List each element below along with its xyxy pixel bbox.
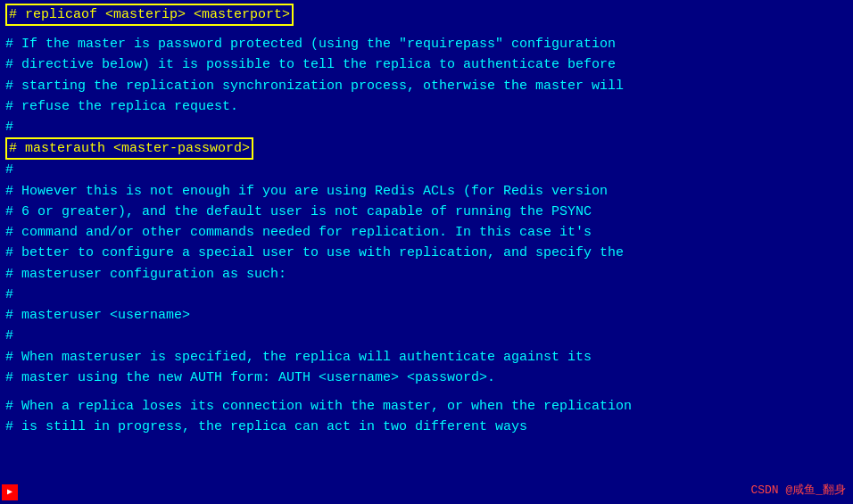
code-line-9: # bbox=[5, 160, 848, 180]
code-line-22: # is still in progress, the replica can … bbox=[5, 417, 848, 437]
code-container: # replicaof <masterip> <masterport> # If… bbox=[0, 0, 853, 504]
code-line-15: # bbox=[5, 285, 848, 305]
code-line-11: # 6 or greater), and the default user is… bbox=[5, 202, 848, 222]
code-line-10: # However this is not enough if you are … bbox=[5, 181, 848, 202]
code-line-16: # masteruser <username> bbox=[5, 305, 848, 326]
lines-container: # replicaof <masterip> <masterport> # If… bbox=[5, 4, 848, 438]
code-line-7: # bbox=[5, 117, 848, 137]
code-line-6: # refuse the replica request. bbox=[5, 96, 848, 117]
highlighted-code: # masterauth <master-password> bbox=[5, 137, 253, 160]
code-line-18: # When masteruser is specified, the repl… bbox=[5, 347, 848, 368]
code-line-5: # starting the replication synchronizati… bbox=[5, 76, 848, 96]
code-line-8: # masterauth <master-password> bbox=[5, 137, 848, 160]
code-line-4: # directive below) it is possible to tel… bbox=[5, 54, 848, 75]
watermark: CSDN @咸鱼_翻身 bbox=[750, 482, 846, 500]
code-line-17: # bbox=[5, 326, 848, 346]
code-line-13: # better to configure a special user to … bbox=[5, 243, 848, 263]
code-line-2 bbox=[5, 26, 848, 34]
code-line-12: # command and/or other commands needed f… bbox=[5, 222, 848, 243]
left-icon: ▶ bbox=[2, 484, 18, 500]
code-line-19: # master using the new AUTH form: AUTH <… bbox=[5, 368, 848, 388]
code-line-20 bbox=[5, 388, 848, 396]
code-line-14: # masteruser configuration as such: bbox=[5, 264, 848, 285]
code-line-21: # When a replica loses its connection wi… bbox=[5, 396, 848, 417]
code-line-1: # replicaof <masterip> <masterport> bbox=[5, 4, 848, 26]
highlighted-code: # replicaof <masterip> <masterport> bbox=[5, 4, 294, 26]
code-line-3: # If the master is password protected (u… bbox=[5, 34, 848, 54]
